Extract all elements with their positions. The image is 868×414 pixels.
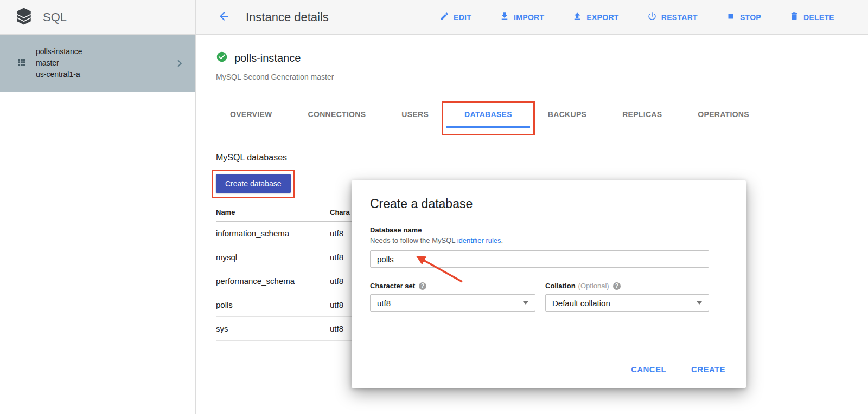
stop-label: STOP — [740, 13, 761, 22]
instance-grid-icon — [16, 57, 27, 70]
character-set-field: Character set ? utf8 — [370, 282, 535, 312]
instances-sidebar: polls-instance master us-central1-a — [0, 35, 196, 414]
database-name-input[interactable] — [370, 250, 709, 268]
identifier-rules-link[interactable]: identifier rules — [457, 236, 501, 244]
sidebar-instance-name: polls-instance — [36, 46, 82, 57]
tab-operations[interactable]: OPERATIONS — [680, 101, 767, 128]
column-header-name: Name — [216, 208, 330, 216]
section-heading: MySQL databases — [216, 153, 287, 163]
database-name-label: Database name — [370, 226, 727, 235]
create-database-area: Create database — [216, 174, 291, 193]
collation-label: Collation (Optional) ? — [545, 282, 709, 290]
tab-databases[interactable]: DATABASES — [446, 101, 530, 128]
import-button[interactable]: IMPORT — [500, 11, 544, 23]
create-database-button[interactable]: Create database — [216, 174, 291, 193]
sidebar-instance-role: master — [36, 57, 82, 69]
edit-label: EDIT — [454, 13, 471, 22]
product-home[interactable]: SQL — [0, 0, 196, 34]
tab-overview[interactable]: OVERVIEW — [212, 101, 290, 128]
product-name: SQL — [43, 10, 67, 24]
page-header: Instance details EDIT IMPORT — [196, 0, 868, 34]
stop-button[interactable]: STOP — [726, 11, 761, 23]
edit-button[interactable]: EDIT — [439, 11, 471, 23]
help-icon[interactable]: ? — [613, 282, 621, 290]
instance-name: polls-instance — [234, 52, 301, 64]
character-set-label: Character set ? — [370, 282, 535, 290]
tab-users[interactable]: USERS — [384, 101, 446, 128]
cancel-button[interactable]: CANCEL — [631, 365, 666, 374]
instance-header: polls-instance — [216, 51, 301, 65]
dialog-actions: CANCEL CREATE — [631, 365, 725, 374]
collation-optional-label: (Optional) — [578, 282, 609, 290]
cloud-sql-console: SQL Instance details EDIT — [0, 0, 868, 414]
import-label: IMPORT — [514, 13, 544, 22]
edit-icon — [439, 11, 449, 23]
dropdown-caret-icon — [697, 301, 702, 305]
database-name-helper: Needs to follow the MySQL identifier rul… — [370, 236, 727, 245]
export-label: EXPORT — [586, 13, 618, 22]
tab-backups[interactable]: BACKUPS — [530, 101, 604, 128]
delete-label: DELETE — [803, 13, 834, 22]
delete-button[interactable]: DELETE — [789, 11, 834, 23]
chevron-right-icon — [173, 56, 187, 70]
delete-icon — [789, 11, 799, 23]
restart-icon — [647, 11, 657, 23]
sidebar-item-polls-instance[interactable]: polls-instance master us-central1-a — [0, 35, 195, 92]
restart-label: RESTART — [661, 13, 698, 22]
export-button[interactable]: EXPORT — [572, 11, 618, 23]
back-arrow-icon — [218, 10, 231, 24]
import-icon — [500, 11, 509, 23]
instance-tabs: OVERVIEW CONNECTIONS USERS DATABASES BAC… — [212, 101, 868, 128]
sidebar-instance-zone: us-central1-a — [36, 69, 82, 80]
sidebar-instance-text: polls-instance master us-central1-a — [36, 46, 82, 80]
character-set-select[interactable]: utf8 — [370, 294, 535, 312]
top-bar: SQL Instance details EDIT — [0, 0, 868, 35]
dialog-title: Create a database — [370, 196, 727, 212]
header-actions: EDIT IMPORT EXPORT — [439, 11, 834, 23]
page-title: Instance details — [246, 10, 329, 24]
back-button[interactable] — [218, 10, 231, 24]
collation-select[interactable]: Default collation — [545, 294, 709, 312]
sql-logo-icon — [15, 7, 33, 28]
restart-button[interactable]: RESTART — [647, 11, 698, 23]
help-icon[interactable]: ? — [419, 282, 426, 290]
status-ok-icon — [216, 51, 228, 65]
create-database-dialog: Create a database Database name Needs to… — [352, 180, 746, 388]
dialog-create-button[interactable]: CREATE — [691, 365, 725, 374]
tab-replicas[interactable]: REPLICAS — [604, 101, 680, 128]
tab-connections[interactable]: CONNECTIONS — [290, 101, 384, 128]
dialog-dropdowns: Character set ? utf8 Collation (Optional… — [370, 282, 727, 312]
collation-field: Collation (Optional) ? Default collation — [545, 282, 709, 312]
dropdown-caret-icon — [523, 301, 528, 305]
stop-icon — [726, 11, 736, 23]
instance-subtitle: MySQL Second Generation master — [216, 73, 334, 81]
export-icon — [572, 11, 582, 23]
